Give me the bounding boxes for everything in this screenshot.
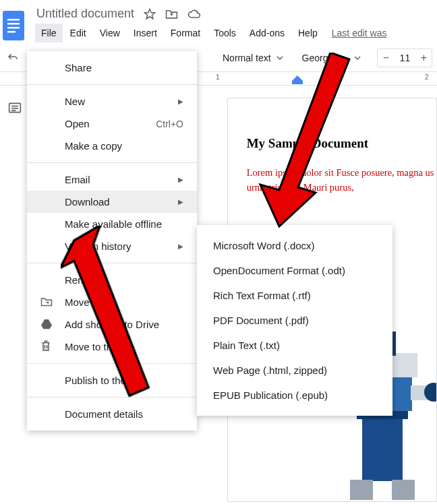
outline-toggle-icon[interactable]: [8, 102, 22, 502]
svg-marker-24: [41, 319, 52, 329]
file-menu-label: Open: [65, 118, 90, 129]
menu-separator: [27, 263, 197, 263]
download-epub[interactable]: EPUB Publication (.epub): [197, 383, 392, 408]
download-submenu: Microsoft Word (.docx) OpenDocument Form…: [197, 225, 392, 416]
docs-logo[interactable]: [0, 8, 27, 43]
download-pdf[interactable]: PDF Document (.pdf): [197, 308, 392, 333]
svg-rect-7: [292, 81, 303, 84]
file-menu-label: Version history: [65, 241, 131, 252]
font-size-increase[interactable]: +: [415, 49, 432, 67]
file-menu-label: Publish to the web: [65, 375, 148, 386]
shortcut-label: Ctrl+O: [156, 119, 183, 129]
ruler-tick: 2: [425, 73, 429, 81]
menu-edit[interactable]: Edit: [64, 24, 92, 42]
chevron-down-icon: [354, 56, 361, 60]
menu-separator: [27, 363, 197, 364]
font-family-label: Georgia: [302, 53, 336, 63]
file-menu-version-history[interactable]: Version history▶: [27, 235, 197, 257]
file-menu-label: Make a copy: [65, 140, 122, 152]
file-menu-rename[interactable]: Rename: [27, 269, 197, 291]
download-odt[interactable]: OpenDocument Format (.odt): [197, 258, 392, 283]
download-html[interactable]: Web Page (.html, zipped): [197, 358, 392, 383]
file-menu-dropdown: Share New▶ OpenCtrl+O Make a copy Email▶…: [27, 51, 197, 431]
menu-view[interactable]: View: [94, 24, 126, 42]
file-menu-trash[interactable]: Move to trash: [27, 336, 197, 358]
file-menu-label: Email: [65, 174, 90, 185]
trash-icon: [40, 340, 51, 354]
drive-icon: [40, 318, 53, 331]
menu-separator: [27, 162, 197, 163]
file-menu-label: Download: [65, 196, 110, 208]
indent-marker-icon[interactable]: [292, 75, 303, 85]
download-docx[interactable]: Microsoft Word (.docx): [197, 233, 392, 258]
svg-rect-23: [392, 480, 415, 500]
submenu-arrow-icon: ▶: [178, 198, 183, 206]
submenu-arrow-icon: ▶: [178, 243, 183, 250]
file-menu-label: Document details: [65, 408, 143, 420]
file-menu-label: Add shortcut to Drive: [65, 319, 159, 330]
menu-insert[interactable]: Insert: [127, 24, 163, 42]
svg-rect-0: [3, 11, 24, 40]
file-menu-offline[interactable]: Make available offline: [27, 213, 197, 235]
move-folder-icon[interactable]: [165, 8, 178, 20]
file-menu-make-copy[interactable]: Make a copy: [27, 135, 197, 157]
submenu-arrow-icon: ▶: [178, 98, 183, 105]
menu-file[interactable]: File: [35, 24, 63, 42]
file-menu-download[interactable]: Download▶: [27, 191, 197, 213]
file-menu-label: Make available offline: [65, 218, 162, 230]
paragraph-style-label: Normal text: [223, 53, 271, 63]
download-rtf[interactable]: Rich Text Format (.rtf): [197, 283, 392, 308]
svg-rect-1: [7, 19, 20, 21]
font-size-value[interactable]: 11: [394, 53, 415, 63]
menu-tools[interactable]: Tools: [208, 24, 242, 42]
svg-rect-2: [7, 23, 20, 25]
paragraph-style-select[interactable]: Normal text: [223, 53, 283, 63]
menu-help[interactable]: Help: [292, 24, 324, 42]
menu-separator: [27, 84, 197, 85]
last-edit-link[interactable]: Last edit was: [332, 28, 387, 38]
file-menu-email[interactable]: Email▶: [27, 168, 197, 191]
svg-rect-4: [7, 31, 16, 33]
page-heading: My Sample Document: [247, 136, 436, 151]
file-menu-share[interactable]: Share: [27, 57, 197, 79]
menu-format[interactable]: Format: [165, 24, 206, 42]
svg-marker-5: [145, 9, 155, 18]
svg-rect-12: [362, 414, 403, 481]
ruler-tick: 1: [216, 73, 220, 81]
chevron-down-icon: [276, 56, 283, 60]
font-size-decrease[interactable]: −: [378, 49, 394, 67]
file-menu-label: New: [65, 96, 85, 107]
font-family-select[interactable]: Georgia: [302, 53, 361, 63]
file-menu-publish[interactable]: Publish to the web: [27, 369, 197, 391]
file-menu-new[interactable]: New▶: [27, 90, 197, 113]
file-menu-add-shortcut[interactable]: Add shortcut to Drive: [27, 313, 197, 336]
submenu-arrow-icon: ▶: [178, 176, 183, 183]
cloud-status-icon[interactable]: [187, 9, 201, 20]
file-menu-label: Move to trash: [65, 341, 126, 352]
svg-rect-3: [7, 27, 20, 29]
download-txt[interactable]: Plain Text (.txt): [197, 333, 392, 358]
document-title[interactable]: Untitled document: [36, 7, 134, 21]
move-icon: [40, 296, 53, 309]
undo-button[interactable]: [3, 49, 23, 67]
file-menu-open[interactable]: OpenCtrl+O: [27, 113, 197, 135]
menu-addons[interactable]: Add-ons: [243, 24, 291, 42]
file-menu-label: Rename: [65, 274, 103, 286]
file-menu-label: Move: [65, 296, 90, 308]
font-size-stepper: − 11 +: [377, 49, 432, 67]
file-menu-move[interactable]: Move: [27, 291, 197, 313]
file-menu-label: Share: [65, 62, 92, 73]
page-paragraph: Lorem ipsum dolor sit Fusce posuere, mag…: [247, 166, 436, 195]
svg-marker-6: [292, 75, 303, 81]
menu-separator: [27, 397, 197, 398]
star-icon[interactable]: [144, 8, 156, 20]
svg-rect-22: [350, 480, 373, 500]
menubar: File Edit View Insert Format Tools Add-o…: [31, 24, 387, 42]
file-menu-details[interactable]: Document details: [27, 403, 197, 425]
